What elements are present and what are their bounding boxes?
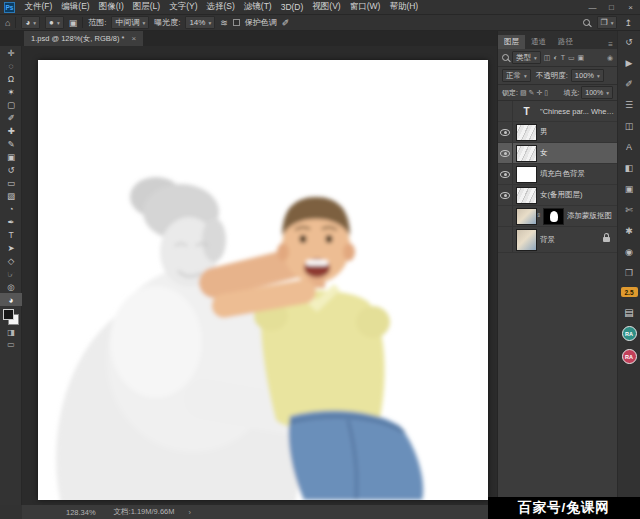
workspace-switcher[interactable]: ❐ ▾ — [597, 16, 618, 29]
brush-tool[interactable]: ✎ — [0, 137, 22, 150]
panel-menu-icon[interactable]: ≡ — [608, 40, 613, 49]
protect-tones-checkbox[interactable] — [233, 19, 240, 26]
filter-adjustment-icon[interactable]: ◐ — [553, 54, 557, 61]
adjustments-panel-icon[interactable]: ✱ — [618, 220, 640, 241]
filter-kind-select[interactable]: 类型 ▾ — [512, 51, 541, 64]
tab-paths[interactable]: 路径 — [552, 35, 579, 49]
menu-file[interactable]: 文件(F) — [20, 1, 57, 13]
lock-all-icon[interactable]: ▯ — [544, 89, 548, 97]
tab-channels[interactable]: 通道 — [525, 35, 552, 49]
visibility-toggle[interactable] — [498, 101, 513, 121]
lasso-tool[interactable]: Ω — [0, 72, 22, 85]
lock-pixels-icon[interactable]: ✎ — [529, 89, 535, 97]
menu-select[interactable]: 选择(S) — [202, 1, 239, 13]
quick-mask-button[interactable]: ◨ — [0, 326, 22, 338]
tool-preset-picker[interactable]: ◕ ▾ — [21, 16, 40, 29]
range-select[interactable]: 中间调 ▾ — [111, 16, 149, 29]
home-icon[interactable]: ⌂ — [5, 18, 10, 28]
filter-type-icon[interactable]: T — [561, 54, 565, 61]
shape-tool[interactable]: ◇ — [0, 254, 22, 267]
filter-shape-icon[interactable]: ▭ — [568, 54, 575, 62]
gradient-tool[interactable]: ▨ — [0, 189, 22, 202]
tab-close-icon[interactable]: × — [131, 34, 136, 43]
eyedropper-tool[interactable]: ✐ — [0, 111, 22, 124]
layer-mask-thumbnail[interactable] — [544, 209, 563, 224]
menu-type[interactable]: 文字(Y) — [165, 1, 202, 13]
marquee-tool[interactable]: ◌ — [0, 59, 22, 72]
path-select-tool[interactable]: ➤ — [0, 241, 22, 254]
filter-smartobject-icon[interactable]: ▣ — [578, 54, 585, 62]
exposure-select[interactable]: 14% ▾ — [185, 16, 215, 29]
styles-panel-icon[interactable]: ◉ — [618, 241, 640, 262]
opacity-select[interactable]: 100% ▾ — [571, 69, 604, 82]
menu-edit[interactable]: 编辑(E) — [57, 1, 94, 13]
zoom-level-field[interactable]: 128.34% — [66, 508, 96, 517]
menu-filter[interactable]: 滤镜(T) — [239, 1, 276, 13]
layer-row-white-fill[interactable]: 填充白色背景 — [498, 164, 617, 185]
canvas[interactable] — [38, 60, 488, 500]
airbrush-icon[interactable]: ≋ — [220, 18, 228, 28]
healing-brush-tool[interactable]: ✚ — [0, 124, 22, 137]
brush-panel-toggle-icon[interactable]: ▣ — [69, 18, 78, 28]
history-panel-icon[interactable]: ↺ — [618, 31, 640, 52]
color-swatches[interactable] — [0, 308, 22, 326]
lock-position-icon[interactable]: ✛ — [536, 89, 542, 97]
layer-row-boy[interactable]: 男 — [498, 122, 617, 143]
close-button[interactable]: × — [621, 3, 640, 12]
info-panel-icon[interactable]: ❐ — [618, 262, 640, 283]
actions-panel-icon[interactable]: ▶ — [618, 52, 640, 73]
character-panel-icon[interactable]: A — [618, 136, 640, 157]
magic-wand-tool[interactable]: ✶ — [0, 85, 22, 98]
brushes-panel-icon[interactable]: ☰ — [618, 94, 640, 115]
hand-tool[interactable]: ☞ — [0, 267, 22, 280]
tab-layers[interactable]: 图层 — [498, 35, 525, 49]
clone-stamp-tool[interactable]: ▣ — [0, 150, 22, 163]
move-tool[interactable]: ✛ — [0, 46, 22, 59]
dodge-tool-selected[interactable]: ◕ — [0, 293, 22, 306]
tools-settings-panel-icon[interactable]: ✄ — [618, 199, 640, 220]
document-tab[interactable]: 1.psd @ 128%(女, RGB/8) * × — [24, 31, 143, 46]
visibility-toggle[interactable] — [498, 185, 513, 205]
menu-help[interactable]: 帮助(H) — [385, 1, 423, 13]
menu-3d[interactable]: 3D(D) — [276, 2, 308, 12]
lock-transparency-icon[interactable]: ▨ — [520, 89, 527, 97]
clone-source-panel-icon[interactable]: ◫ — [618, 115, 640, 136]
layer-row-mask-cutout[interactable]: ∞ 添加蒙版抠图 — [498, 206, 617, 227]
layer-row-girl-selected[interactable]: 女 — [498, 143, 617, 164]
visibility-toggle[interactable] — [498, 164, 513, 184]
layer-row-text[interactable]: T "Chinese par... When the f — [498, 101, 617, 122]
layer-row-background[interactable]: 背景 — [498, 227, 617, 253]
pasteboard[interactable] — [22, 46, 497, 505]
blur-tool[interactable]: ◔ — [0, 202, 22, 215]
fill-select[interactable]: 100% ▾ — [581, 86, 613, 99]
menu-layer[interactable]: 图层(L) — [128, 1, 164, 13]
mask-link-icon[interactable]: ∞ — [536, 213, 542, 219]
eraser-tool[interactable]: ▭ — [0, 176, 22, 189]
menu-window[interactable]: 窗口(W) — [345, 1, 385, 13]
type-tool[interactable]: T — [0, 228, 22, 241]
visibility-toggle[interactable] — [498, 122, 513, 142]
pen-tool[interactable]: ✒ — [0, 215, 22, 228]
layer-row-girl-backup[interactable]: 女(备用图层) — [498, 185, 617, 206]
filter-toggle-icon[interactable]: ◉ — [607, 54, 613, 62]
filter-image-icon[interactable]: ◫ — [544, 54, 551, 62]
pen-pressure-icon[interactable]: ✐ — [282, 18, 290, 28]
screen-mode-button[interactable]: ▭ — [0, 338, 22, 350]
status-chevron-icon[interactable]: › — [188, 508, 191, 517]
blend-mode-select[interactable]: 正常 ▾ — [502, 69, 531, 82]
minimize-button[interactable]: — — [583, 3, 602, 12]
visibility-toggle[interactable] — [498, 206, 513, 226]
maximize-button[interactable]: □ — [602, 3, 621, 12]
zoom-tool[interactable]: ◎ — [0, 280, 22, 293]
menu-image[interactable]: 图像(I) — [94, 1, 128, 13]
paragraph-panel-icon[interactable]: ◧ — [618, 157, 640, 178]
history-brush-tool[interactable]: ↺ — [0, 163, 22, 176]
visibility-toggle[interactable] — [498, 227, 513, 252]
menu-view[interactable]: 视图(V) — [308, 1, 345, 13]
share-icon[interactable]: ↥ — [624, 18, 632, 28]
brush-preset-picker[interactable]: ● ▾ — [45, 16, 64, 29]
libraries-panel-icon[interactable]: ▣ — [618, 178, 640, 199]
crop-tool[interactable]: ▢ — [0, 98, 22, 111]
search-icon[interactable] — [583, 19, 590, 26]
brush-settings-panel-icon[interactable]: ✐ — [618, 73, 640, 94]
